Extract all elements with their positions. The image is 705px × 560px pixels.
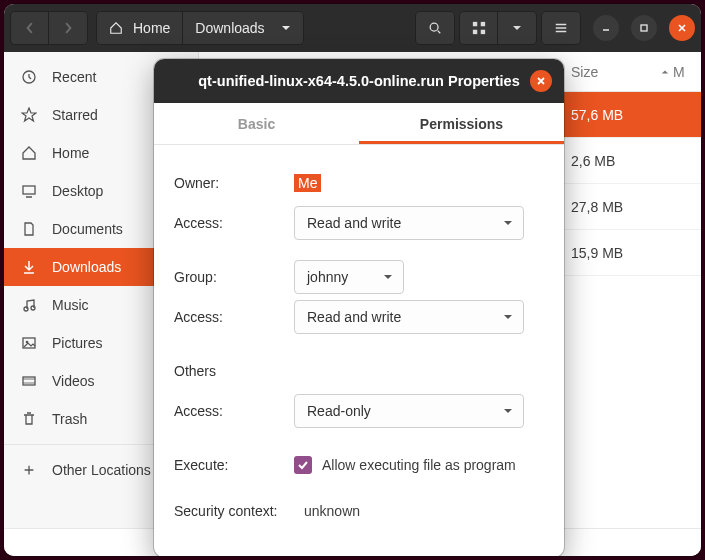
hamburger-icon: [554, 21, 568, 35]
maximize-icon: [639, 23, 649, 33]
toolbar: Home Downloads: [4, 4, 701, 52]
group-access-label: Access:: [174, 309, 294, 325]
sidebar-item-label: Desktop: [52, 183, 103, 199]
sidebar-item-label: Videos: [52, 373, 95, 389]
caret-down-icon: [503, 312, 513, 322]
pictures-icon: [20, 335, 38, 351]
svg-rect-12: [23, 377, 35, 385]
download-icon: [20, 259, 38, 275]
svg-point-9: [31, 306, 35, 310]
others-access-label: Access:: [174, 403, 294, 419]
security-context-value: unknown: [304, 503, 544, 519]
view-grid-button[interactable]: [460, 12, 498, 44]
close-icon: [536, 76, 546, 86]
sidebar-item-label: Home: [52, 145, 89, 161]
file-size: 27,8 MB: [571, 199, 661, 215]
group-access-select[interactable]: Read and write: [294, 300, 524, 334]
svg-rect-7: [23, 186, 35, 194]
group-select[interactable]: johnny: [294, 260, 404, 294]
sidebar-item-label: Starred: [52, 107, 98, 123]
caret-down-icon: [503, 406, 513, 416]
path-home-label: Home: [133, 20, 170, 36]
svg-point-8: [24, 307, 28, 311]
dialog-close-button[interactable]: [530, 70, 552, 92]
sidebar-item-label: Recent: [52, 69, 96, 85]
properties-dialog: qt-unified-linux-x64-4.5.0-online.run Pr…: [154, 59, 564, 556]
column-modified[interactable]: M: [661, 64, 701, 80]
clock-icon: [20, 69, 38, 85]
sidebar-item-label: Documents: [52, 221, 123, 237]
path-downloads-label: Downloads: [195, 20, 264, 36]
search-button[interactable]: [416, 12, 454, 44]
desktop-icon: [20, 183, 38, 199]
window-maximize[interactable]: [631, 15, 657, 41]
forward-button[interactable]: [49, 12, 87, 44]
file-size: 15,9 MB: [571, 245, 661, 261]
dialog-body: Owner: Me Access: Read and write Group: …: [154, 145, 564, 556]
file-manager-window: Home Downloads: [4, 4, 701, 556]
caret-down-icon: [281, 23, 291, 33]
dialog-tabs: Basic Permissions: [154, 103, 564, 145]
column-size[interactable]: Size: [571, 64, 661, 80]
window-close[interactable]: [669, 15, 695, 41]
path-home[interactable]: Home: [97, 12, 183, 44]
window-minimize[interactable]: [593, 15, 619, 41]
view-dropdown-button[interactable]: [498, 12, 536, 44]
sidebar-item-label: Pictures: [52, 335, 103, 351]
svg-rect-4: [480, 30, 484, 34]
owner-access-label: Access:: [174, 215, 294, 231]
dialog-title: qt-unified-linux-x64-4.5.0-online.run Pr…: [168, 73, 550, 89]
file-size: 57,6 MB: [571, 107, 661, 123]
execute-checkbox-label[interactable]: Allow executing file as program: [322, 457, 516, 473]
minimize-icon: [601, 23, 611, 33]
select-value: Read and write: [307, 309, 401, 325]
svg-rect-3: [472, 30, 476, 34]
videos-icon: [20, 373, 38, 389]
search-icon: [428, 21, 442, 35]
star-icon: [20, 107, 38, 123]
grid-icon: [472, 21, 486, 35]
back-button[interactable]: [11, 12, 49, 44]
svg-point-0: [430, 23, 438, 31]
chevron-right-icon: [62, 22, 74, 34]
file-size: 2,6 MB: [571, 153, 661, 169]
execute-checkbox[interactable]: [294, 456, 312, 474]
others-label: Others: [174, 363, 294, 379]
close-icon: [677, 23, 687, 33]
check-icon: [297, 459, 309, 471]
home-icon: [20, 145, 38, 161]
group-label: Group:: [174, 269, 294, 285]
caret-down-icon: [503, 218, 513, 228]
owner-access-select[interactable]: Read and write: [294, 206, 524, 240]
select-value: Read and write: [307, 215, 401, 231]
music-icon: [20, 297, 38, 313]
caret-down-icon: [512, 23, 522, 33]
owner-label: Owner:: [174, 175, 294, 191]
chevron-left-icon: [24, 22, 36, 34]
security-context-label: Security context:: [174, 503, 304, 519]
select-value: johnny: [307, 269, 348, 285]
tab-basic[interactable]: Basic: [154, 103, 359, 144]
tab-permissions[interactable]: Permissions: [359, 103, 564, 144]
home-icon: [109, 21, 123, 35]
select-value: Read-only: [307, 403, 371, 419]
others-access-select[interactable]: Read-only: [294, 394, 524, 428]
plus-icon: [20, 463, 38, 477]
svg-rect-2: [480, 22, 484, 26]
svg-rect-1: [472, 22, 476, 26]
path-bar: Home Downloads: [96, 11, 304, 45]
sidebar-item-label: Downloads: [52, 259, 121, 275]
sidebar-item-label: Other Locations: [52, 462, 151, 478]
sidebar-item-label: Trash: [52, 411, 87, 427]
caret-down-icon: [383, 272, 393, 282]
execute-label: Execute:: [174, 457, 294, 473]
dialog-titlebar[interactable]: qt-unified-linux-x64-4.5.0-online.run Pr…: [154, 59, 564, 103]
owner-value: Me: [294, 174, 321, 192]
documents-icon: [20, 221, 38, 237]
sidebar-item-label: Music: [52, 297, 89, 313]
sort-asc-icon: [661, 68, 669, 76]
svg-rect-5: [641, 25, 647, 31]
trash-icon: [20, 411, 38, 427]
path-downloads[interactable]: Downloads: [183, 12, 302, 44]
hamburger-button[interactable]: [542, 12, 580, 44]
